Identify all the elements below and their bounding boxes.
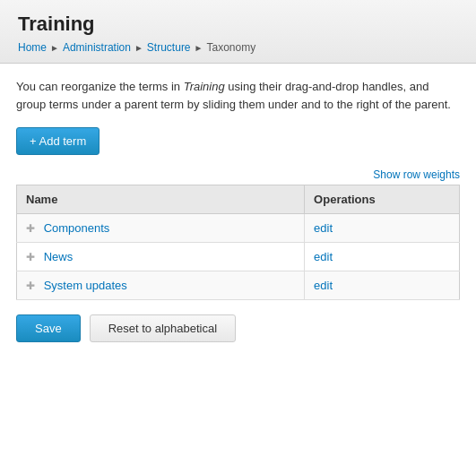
main-content: You can reorganize the terms in Training… (0, 64, 476, 357)
breadcrumb-sep-2: ► (134, 43, 143, 53)
term-link-components[interactable]: Components (44, 221, 110, 235)
footer-buttons: Save Reset to alphabetical (16, 314, 460, 342)
col-operations-header: Operations (305, 185, 460, 214)
drag-handle-2[interactable]: ✚ (26, 251, 35, 263)
drag-handle-3[interactable]: ✚ (26, 280, 35, 292)
edit-link-system-updates[interactable]: edit (314, 279, 333, 292)
row-3-name-cell: ✚ System updates (17, 271, 305, 300)
drag-handle-1[interactable]: ✚ (26, 222, 35, 235)
breadcrumb-home[interactable]: Home (18, 41, 47, 54)
term-link-system-updates[interactable]: System updates (44, 279, 127, 292)
row-weights-container: Show row weights (16, 168, 460, 181)
row-2-ops-cell: edit (305, 243, 460, 271)
table-row: ✚ News edit (17, 243, 460, 271)
table-row: ✚ System updates edit (17, 271, 460, 300)
row-1-name-cell: ✚ Components (17, 214, 305, 243)
edit-link-news[interactable]: edit (314, 250, 333, 263)
breadcrumb-structure[interactable]: Structure (147, 41, 191, 54)
page-header: Training Home ► Administration ► Structu… (0, 0, 476, 64)
edit-link-components[interactable]: edit (314, 221, 333, 235)
page-title: Training (18, 13, 458, 36)
breadcrumb-administration[interactable]: Administration (63, 41, 131, 54)
breadcrumb: Home ► Administration ► Structure ► Taxo… (18, 41, 458, 54)
table-body: ✚ Components edit ✚ News edit ✚ (17, 214, 460, 300)
table-row: ✚ Components edit (17, 214, 460, 243)
term-link-news[interactable]: News (44, 250, 74, 263)
breadcrumb-taxonomy: Taxonomy (206, 41, 255, 54)
save-button[interactable]: Save (16, 314, 81, 342)
reset-alphabetical-button[interactable]: Reset to alphabetical (90, 314, 236, 342)
description-text: You can reorganize the terms in Training… (16, 78, 460, 113)
terms-table: Name Operations ✚ Components edit ✚ News (16, 185, 460, 300)
row-2-name-cell: ✚ News (17, 243, 305, 271)
description-pre: You can reorganize the terms in (16, 80, 184, 93)
add-term-button[interactable]: + Add term (16, 127, 100, 155)
description-italic: Training (184, 80, 225, 93)
show-row-weights-link[interactable]: Show row weights (373, 168, 460, 181)
breadcrumb-sep-1: ► (50, 43, 59, 53)
row-1-ops-cell: edit (305, 214, 460, 243)
table-header-row: Name Operations (17, 185, 460, 214)
row-3-ops-cell: edit (305, 271, 460, 300)
col-name-header: Name (17, 185, 305, 214)
table-header: Name Operations (17, 185, 460, 214)
breadcrumb-sep-3: ► (195, 43, 203, 53)
